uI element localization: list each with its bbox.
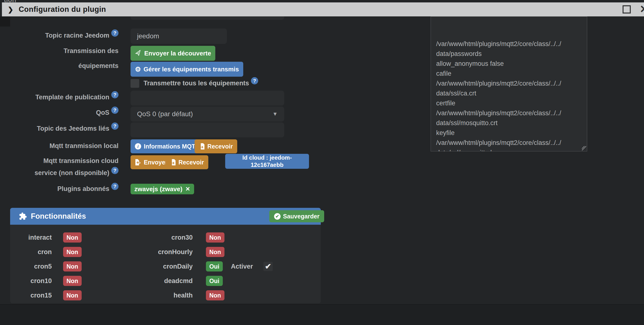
- transmit-all-label: Transmettre tous les équipements: [144, 80, 249, 87]
- feature-row: healthNon: [111, 288, 318, 302]
- feature-row: deadcmdOui: [111, 274, 318, 288]
- help-icon[interactable]: ?: [111, 183, 118, 190]
- background-corner: [0, 17, 10, 27]
- close-icon[interactable]: ✕: [640, 3, 644, 15]
- plugin-config-modal: tion ❯ Configuration du plugin ✕ Topic r…: [0, 0, 644, 325]
- mqtt-cloud-receive-button[interactable]: Recevoir: [166, 155, 208, 169]
- manage-equipments-button[interactable]: ⚙ Gérer les équipements transmis: [130, 62, 243, 77]
- mosquitto-config-textarea[interactable]: /var/www/html/plugins/mqtt2/core/class/.…: [430, 17, 587, 151]
- feature-label: cronDaily: [111, 263, 193, 270]
- topic-jeedoms-label: Topic des Jeedoms liés: [37, 125, 109, 132]
- feature-value-badge: Non: [206, 290, 224, 300]
- feature-label: cron15: [10, 292, 52, 299]
- mqtt-cloud-label-line2: service (non disponible): [34, 169, 109, 176]
- features-panel: Fonctionnalités ✔ Sauvegarder interactNo…: [10, 208, 321, 303]
- template-input[interactable]: [130, 91, 284, 106]
- info-icon: i: [135, 143, 141, 149]
- paper-plane-icon: [134, 49, 142, 57]
- file-import-icon: [170, 159, 176, 165]
- help-icon[interactable]: ?: [111, 123, 118, 130]
- chevron-down-icon: ▼: [272, 111, 278, 117]
- topic-racine-label-row: Topic racine Jeedom?: [0, 32, 118, 40]
- topic-racine-input[interactable]: jeedom: [130, 29, 227, 44]
- features-panel-title: Fonctionnalités: [31, 212, 86, 221]
- gear-icon: ⚙: [135, 65, 141, 73]
- cloud-id-badge[interactable]: Id cloud : jeedom-12c167aebb: [225, 154, 309, 169]
- qos-label: QoS: [96, 109, 109, 116]
- transmission-label-line2: équipements: [0, 62, 118, 70]
- mqtt-cloud-send-label: Envoyer: [144, 159, 168, 166]
- file-export-icon: [135, 159, 141, 165]
- template-label: Template de publication: [36, 94, 109, 101]
- mqtt-info-label: Informations MQTT: [144, 143, 199, 150]
- template-label-row: Template de publication?: [0, 94, 118, 101]
- transmit-all-checkbox[interactable]: [130, 79, 139, 88]
- manage-equipments-label: Gérer les équipements transmis: [144, 66, 239, 73]
- feature-value-badge: Non: [63, 290, 82, 300]
- mosquitto-config-text: /var/www/html/plugins/mqtt2/core/class/.…: [436, 39, 584, 151]
- qos-select[interactable]: QoS 0 (par défaut) ▼: [130, 107, 284, 122]
- help-icon[interactable]: ?: [111, 91, 118, 98]
- chevron-right-icon: ❯: [8, 6, 13, 14]
- feature-label: interact: [10, 234, 52, 241]
- topic-racine-value: jeedom: [137, 32, 159, 40]
- feature-label: cron10: [10, 277, 52, 285]
- feature-activer-label: Activer: [231, 263, 253, 270]
- help-icon[interactable]: ?: [111, 107, 118, 114]
- feature-value-badge: Non: [63, 276, 82, 286]
- feature-label: cron30: [111, 234, 193, 241]
- bottom-background-strip: [0, 304, 644, 325]
- feature-row: cron30Non: [111, 230, 318, 245]
- send-discovery-label: Envoyer la découverte: [144, 50, 211, 57]
- resize-handle[interactable]: [582, 146, 586, 150]
- mqtt-info-button[interactable]: i Informations MQTT: [130, 139, 203, 153]
- help-icon[interactable]: ?: [111, 30, 118, 37]
- help-icon[interactable]: ?: [111, 167, 118, 174]
- remove-tag-icon[interactable]: ✕: [185, 186, 190, 192]
- help-icon[interactable]: ?: [251, 77, 258, 84]
- topic-jeedoms-input[interactable]: [130, 123, 284, 137]
- transmission-label-line1: Transmission des: [0, 47, 118, 55]
- feature-value-badge: Non: [63, 261, 82, 271]
- feature-row: cronDailyOuiActiver✔: [111, 259, 318, 274]
- feature-label: cron5: [10, 263, 52, 270]
- feature-value-badge: Oui: [206, 261, 223, 271]
- mqtt-cloud-label-row2: service (non disponible)?: [0, 169, 118, 177]
- feature-row: cronHourlyNon: [111, 245, 318, 259]
- truncated-input[interactable]: [130, 17, 284, 20]
- modal-title: Configuration du plugin: [18, 5, 106, 14]
- feature-label: cron: [10, 248, 52, 256]
- subscribed-plugin-tag: zwavejs (zwave) ✕: [130, 184, 194, 194]
- features-col-right: cron30NoncronHourlyNoncronDailyOuiActive…: [111, 230, 318, 302]
- check-circle-icon: ✔: [274, 213, 280, 220]
- topic-racine-label: Topic racine Jeedom: [45, 32, 109, 39]
- feature-value-badge: Non: [63, 247, 82, 257]
- feature-value-badge: Oui: [206, 276, 223, 286]
- subscribed-plugin-name: zwavejs (zwave): [134, 185, 182, 193]
- maximize-icon[interactable]: [622, 5, 631, 14]
- plugins-label: Plugins abonnés: [57, 185, 109, 192]
- feature-value-badge: Non: [206, 247, 224, 257]
- feature-value-badge: Non: [63, 232, 82, 242]
- mqtt-local-receive-label: Recevoir: [207, 143, 233, 150]
- send-discovery-button[interactable]: Envoyer la découverte: [130, 46, 215, 61]
- mqtt-local-label: Mqtt tranmission local: [0, 142, 118, 150]
- feature-activer-checkbox[interactable]: ✔: [264, 262, 273, 271]
- feature-label: cronHourly: [111, 248, 193, 256]
- feature-value-badge: Non: [206, 232, 224, 242]
- mqtt-cloud-label-line1: Mqtt transmission cloud: [0, 157, 118, 165]
- topic-jeedoms-label-row: Topic des Jeedoms liés?: [0, 125, 118, 133]
- mqtt-cloud-receive-label: Recevoir: [178, 159, 204, 166]
- qos-selected-value: QoS 0 (par défaut): [137, 110, 193, 118]
- save-button-label: Sauvegarder: [283, 213, 319, 220]
- qos-label-row: QoS?: [0, 109, 118, 117]
- plugins-label-row: Plugins abonnés?: [0, 185, 118, 193]
- mqtt-local-receive-button[interactable]: Recevoir: [194, 139, 237, 153]
- cloud-id-text: Id cloud : jeedom-12c167aebb: [235, 154, 299, 169]
- features-panel-header: Fonctionnalités ✔ Sauvegarder: [10, 208, 321, 225]
- file-import-icon: [199, 143, 205, 149]
- feature-label: health: [111, 292, 193, 299]
- modal-titlebar: ❯ Configuration du plugin ✕: [2, 3, 644, 17]
- save-button[interactable]: ✔ Sauvegarder: [269, 210, 324, 222]
- puzzle-piece-icon: [19, 212, 27, 220]
